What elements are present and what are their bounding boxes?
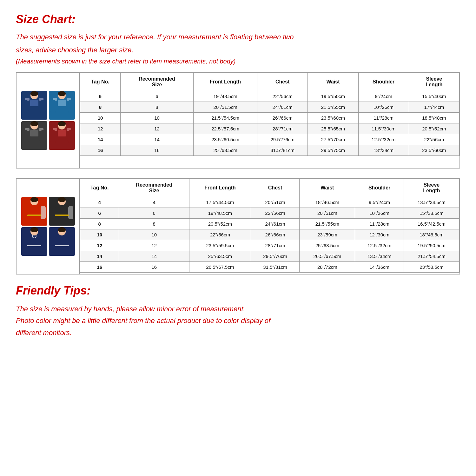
table1-cell-4-5: 12.5"/32cm xyxy=(358,134,409,145)
table1-cell-4-6: 22"/56cm xyxy=(409,134,459,145)
svg-rect-18 xyxy=(58,100,66,106)
table1-cell-1-3: 24"/61cm xyxy=(257,102,308,113)
svg-rect-49 xyxy=(27,215,41,216)
table1-cell-0-0: 6 xyxy=(80,91,121,102)
garment-image-5 xyxy=(21,197,47,226)
table2-cell-6-4: 28"/72cm xyxy=(300,262,355,273)
svg-rect-78 xyxy=(56,246,68,253)
garment-image-4 xyxy=(49,121,75,150)
intro-line1: The suggested size is just for your refe… xyxy=(16,32,460,42)
table1-cell-3-5: 11.5"/30cm xyxy=(358,123,409,134)
table1-cell-1-0: 8 xyxy=(80,102,121,113)
table1-cell-3-1: 12 xyxy=(120,123,193,134)
table1-row-5: 161625"/63.5cm31.5"/81cm29.5"/75cm13"/34… xyxy=(80,145,459,156)
table1-cell-5-1: 16 xyxy=(120,145,193,156)
table2-cell-0-4: 18"/46.5cm xyxy=(300,197,355,208)
svg-point-61 xyxy=(58,197,66,202)
table1-cell-0-1: 6 xyxy=(120,91,193,102)
table2-cell-0-5: 9.5"/24cm xyxy=(355,197,404,208)
table2-cell-0-6: 13.5"/34.5cm xyxy=(404,197,459,208)
table1-cell-1-5: 10"/26cm xyxy=(358,102,409,113)
svg-rect-48 xyxy=(41,206,46,219)
svg-rect-19 xyxy=(56,110,68,117)
table2-header-row: Tag No. RecommendedSize Front Length Che… xyxy=(80,179,459,197)
svg-rect-75 xyxy=(50,236,56,249)
col-tag-no-2: Tag No. xyxy=(80,179,119,197)
garment-image-7 xyxy=(21,227,47,256)
table1-row-0: 6619"/48.5cm22"/56cm19.5"/50cm9"/24cm15.… xyxy=(80,91,459,102)
table1-cell-3-0: 12 xyxy=(80,123,121,134)
table2-cell-1-4: 20"/51cm xyxy=(300,208,355,219)
size-table-1: Tag No. RecommendedSize Front Length Che… xyxy=(16,72,460,169)
size-table-2: Tag No. RecommendedSize Front Length Che… xyxy=(16,178,460,274)
table1-cell-3-2: 22.5"/57.5cm xyxy=(194,123,257,134)
svg-point-80 xyxy=(58,227,66,232)
table2-cell-5-6: 21.5"/54.5cm xyxy=(404,251,459,262)
svg-rect-7 xyxy=(30,100,38,106)
table1-cell-1-1: 8 xyxy=(120,102,193,113)
page-title: Size Chart: xyxy=(16,13,460,26)
svg-rect-16 xyxy=(50,100,56,113)
table1-cell-4-3: 29.5"/76cm xyxy=(257,134,308,145)
table1-row-1: 8820"/51.5cm24"/61cm21.5"/55cm10"/26cm17… xyxy=(80,102,459,113)
svg-rect-77 xyxy=(55,245,69,246)
table1-cell-5-2: 25"/63.5cm xyxy=(194,145,257,156)
table1-cell-3-6: 20.5"/52cm xyxy=(409,123,459,134)
table2-cell-4-4: 25"/63.5cm xyxy=(300,240,355,251)
table1-cell-1-6: 17"/44cm xyxy=(409,102,459,113)
svg-rect-57 xyxy=(68,206,73,219)
table1-cell-1-2: 20"/51.5cm xyxy=(194,102,257,113)
table1-cell-1-4: 21.5"/55cm xyxy=(308,102,358,113)
table2-cell-3-4: 23"/59cm xyxy=(300,229,355,240)
garment-image-2 xyxy=(49,91,75,120)
col-rec-size-1: RecommendedSize xyxy=(120,73,193,91)
col-sleeve-length-1: SleeveLength xyxy=(409,73,459,91)
table2-cell-4-2: 23.5"/59.5cm xyxy=(189,240,251,251)
table2-cell-5-2: 25"/63.5cm xyxy=(189,251,251,262)
svg-point-52 xyxy=(30,197,38,202)
table2-cell-2-0: 8 xyxy=(80,219,119,229)
table2-cell-3-3: 26"/66cm xyxy=(251,229,299,240)
svg-rect-29 xyxy=(30,130,38,136)
col-tag-no-1: Tag No. xyxy=(80,73,121,91)
table2-cell-3-1: 10 xyxy=(119,229,189,240)
col-front-length-1: Front Length xyxy=(194,73,257,91)
table1-cell-5-6: 23.5"/60cm xyxy=(409,145,459,156)
svg-rect-40 xyxy=(58,130,66,136)
table2-cell-3-2: 22"/56cm xyxy=(189,229,251,240)
col-shoulder-1: Shoulder xyxy=(358,73,409,91)
table2-cell-3-6: 18"/46.5cm xyxy=(404,229,459,240)
table1-cell-0-2: 19"/48.5cm xyxy=(194,91,257,102)
table2-row-1: 6619"/48.5cm22"/56cm20"/51cm10"/26cm15"/… xyxy=(80,208,459,219)
col-shoulder-2: Shoulder xyxy=(355,179,404,197)
table2-cell-2-4: 21.5"/55cm xyxy=(300,219,355,229)
table1-cell-2-6: 18.5"/48cm xyxy=(409,113,459,123)
table1-cell-5-4: 29.5"/75cm xyxy=(308,145,358,156)
table2-cell-2-6: 16.5"/42.5cm xyxy=(404,219,459,229)
table2-cell-2-3: 24"/61cm xyxy=(251,219,299,229)
table1-cell-0-5: 9"/24cm xyxy=(358,91,409,102)
table2-cell-4-1: 12 xyxy=(119,240,189,251)
col-chest-1: Chest xyxy=(257,73,308,91)
table2-cell-1-6: 15"/38.5cm xyxy=(404,208,459,219)
table2-row-6: 161626.5"/67.5cm31.5"/81cm28"/72cm14"/36… xyxy=(80,262,459,273)
col-sleeve-length-2: SleeveLength xyxy=(404,179,459,197)
table2-cell-1-2: 19"/48.5cm xyxy=(189,208,251,219)
table2-cell-0-1: 4 xyxy=(119,197,189,208)
table2-cell-6-0: 16 xyxy=(80,262,119,273)
col-waist-2: Waist xyxy=(300,179,355,197)
tips-section: Friendly Tips: The size is measured by h… xyxy=(16,284,460,339)
intro-line2: sizes, advise choosing the larger size. xyxy=(16,45,460,55)
svg-rect-8 xyxy=(28,110,40,117)
intro-text-block: The suggested size is just for your refe… xyxy=(16,32,460,65)
col-waist-1: Waist xyxy=(308,73,358,91)
table1-cell-3-4: 25.5"/65cm xyxy=(308,123,358,134)
svg-rect-6 xyxy=(41,100,46,113)
table2-cell-6-6: 23"/58.5cm xyxy=(404,262,459,273)
product-images-2 xyxy=(17,179,80,274)
table1-cell-0-4: 19.5"/50cm xyxy=(308,91,358,102)
table1-cell-2-0: 10 xyxy=(80,113,121,123)
table1-cell-2-4: 23.5"/60cm xyxy=(308,113,358,123)
svg-rect-56 xyxy=(50,206,56,219)
col-front-length-2: Front Length xyxy=(189,179,251,197)
